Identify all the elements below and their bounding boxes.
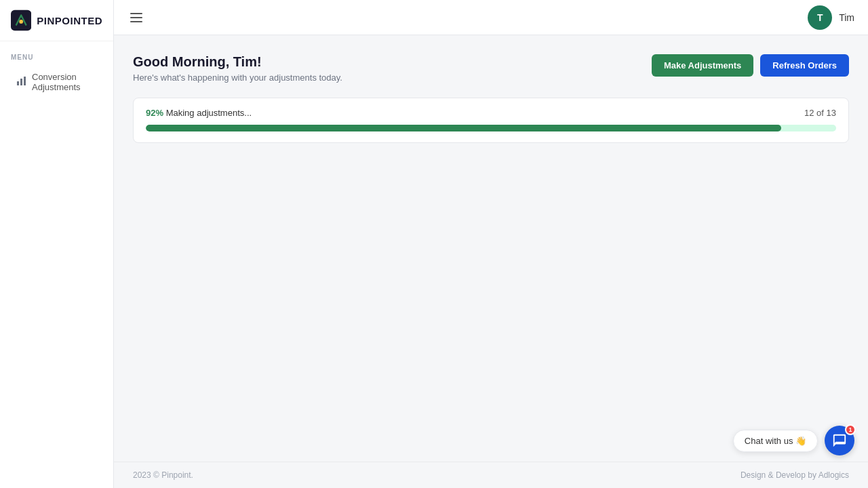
- sidebar: PINPOINTED MENU Conversion Adjustments: [0, 0, 114, 488]
- svg-rect-3: [20, 79, 22, 85]
- chat-label: Chat with us 👋: [733, 430, 818, 452]
- progress-label: 92% Making adjustments...: [146, 108, 252, 118]
- progress-bar-fill: [146, 125, 781, 131]
- chat-icon: [832, 433, 847, 448]
- topbar-left: [127, 10, 145, 25]
- hamburger-button[interactable]: [127, 10, 145, 25]
- sidebar-item-label: Conversion Adjustments: [32, 72, 97, 92]
- main-area: T Tim Good Morning, Tim! Here's what's h…: [114, 0, 868, 488]
- greeting-subtitle: Here's what's happening with your adjust…: [133, 73, 342, 83]
- sidebar-menu-label: MENU: [0, 41, 113, 65]
- progress-count: 12 of 13: [804, 108, 836, 118]
- footer-copyright: 2023 © Pinpoint.: [133, 470, 193, 480]
- user-name: Tim: [839, 12, 854, 23]
- progress-percentage: 92%: [146, 108, 163, 118]
- sidebar-item-conversion-adjustments[interactable]: Conversion Adjustments: [5, 66, 108, 98]
- progress-bar-track: [146, 125, 836, 131]
- logo: PINPOINTED: [0, 0, 113, 41]
- progress-header: 92% Making adjustments... 12 of 13: [146, 108, 836, 118]
- bar-chart-icon: [16, 76, 26, 88]
- logo-text: PINPOINTED: [37, 15, 102, 26]
- svg-rect-4: [24, 77, 26, 85]
- content-header: Good Morning, Tim! Here's what's happeni…: [133, 54, 849, 83]
- avatar[interactable]: T: [808, 5, 832, 30]
- chat-button[interactable]: 1: [825, 426, 854, 455]
- progress-status: Making adjustments...: [166, 108, 252, 118]
- footer: 2023 © Pinpoint. Design & Develop by Adl…: [114, 462, 868, 488]
- topbar: T Tim: [114, 0, 868, 35]
- refresh-orders-button[interactable]: Refresh Orders: [760, 54, 849, 77]
- header-buttons: Make Adjustments Refresh Orders: [652, 54, 849, 77]
- svg-rect-2: [17, 81, 19, 85]
- make-adjustments-button[interactable]: Make Adjustments: [652, 54, 753, 77]
- svg-point-1: [19, 20, 23, 24]
- greeting-block: Good Morning, Tim! Here's what's happeni…: [133, 54, 342, 83]
- chat-badge: 1: [845, 424, 856, 435]
- logo-icon: [11, 9, 31, 31]
- topbar-right: T Tim: [808, 5, 854, 30]
- progress-card: 92% Making adjustments... 12 of 13: [133, 98, 849, 143]
- greeting-title: Good Morning, Tim!: [133, 54, 342, 70]
- chat-widget: Chat with us 👋 1: [733, 426, 854, 455]
- main-content: Good Morning, Tim! Here's what's happeni…: [114, 35, 868, 462]
- footer-credit: Design & Develop by Adlogics: [741, 470, 849, 480]
